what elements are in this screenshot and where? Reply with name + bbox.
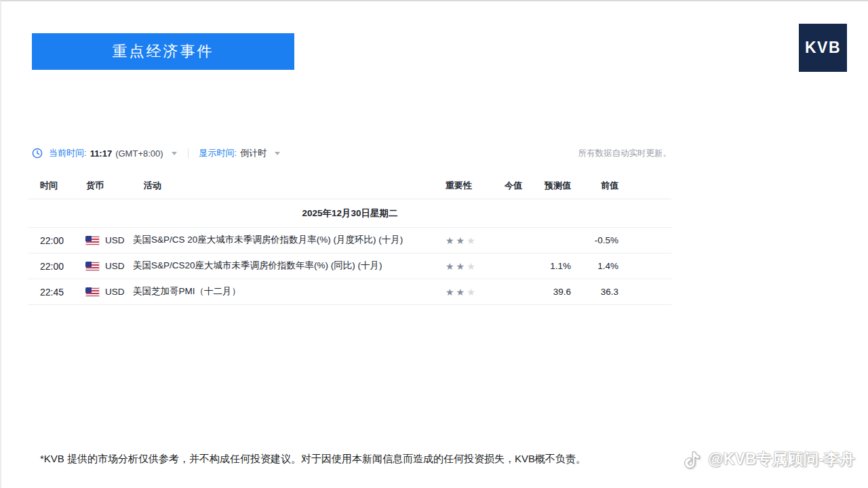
currency-code: USD	[105, 287, 125, 297]
table-header-row: 时间 货币 活动 重要性 今值 预测值 前值	[28, 172, 671, 199]
col-header-actual: 今值	[489, 180, 522, 192]
importance-star-icon: ★	[446, 235, 456, 246]
kvb-logo-text: KVB	[805, 39, 841, 57]
current-time-label: 当前时间:	[49, 147, 87, 159]
calendar-toolbar: 当前时间: 11:17 (GMT+8:00) 显示时间: 倒计时 所有数据自动实…	[32, 147, 671, 159]
display-time-label: 显示时间:	[199, 147, 237, 159]
event-time: 22:00	[28, 235, 75, 246]
display-time-value: 倒计时	[240, 147, 267, 159]
event-activity: 美国S&P/CS20座大城市未季调房价指数年率(%) (同比) (十月)	[133, 259, 435, 273]
watermark-handle: @KVB专属顾问-李舟	[708, 449, 855, 470]
importance-star-icon: ★	[467, 287, 477, 298]
chevron-down-icon[interactable]	[172, 152, 177, 155]
col-header-forecast: 预测值	[522, 180, 571, 192]
col-header-previous: 前值	[571, 180, 618, 192]
section-title-banner: 重点经济事件	[32, 33, 294, 70]
table-row[interactable]: 22:00 USD 美国S&P/CS20座大城市未季调房价指数年率(%) (同比…	[28, 253, 671, 279]
current-time-value: 11:17	[90, 148, 113, 159]
date-group-label: 2025年12月30日星期二	[302, 207, 397, 220]
page-title: 重点经济事件	[113, 41, 214, 62]
table-body: 22:00 USD 美国S&P/CS 20座大城市未季调房价指数月率(%) (月…	[28, 228, 671, 305]
importance-star-icon: ★	[456, 261, 467, 272]
us-flag-icon	[85, 287, 100, 297]
col-header-activity: 活动	[133, 180, 435, 192]
event-currency: USD	[75, 261, 133, 271]
slide: 重点经济事件 KVB 当前时间: 11:17 (GMT+8:00) 显示时间: …	[0, 0, 868, 488]
table-row[interactable]: 22:00 USD 美国S&P/CS 20座大城市未季调房价指数月率(%) (月…	[28, 228, 671, 253]
importance-star-icon: ★	[467, 261, 477, 272]
us-flag-icon	[85, 236, 100, 245]
economic-events-table: 时间 货币 活动 重要性 今值 预测值 前值 2025年12月30日星期二 22…	[28, 172, 671, 305]
event-currency: USD	[75, 287, 133, 297]
col-header-importance: 重要性	[435, 180, 489, 192]
importance-star-icon: ★	[446, 261, 456, 272]
currency-code: USD	[105, 261, 125, 271]
date-group-header: 2025年12月30日星期二	[28, 199, 671, 228]
clock-icon	[32, 148, 43, 159]
col-header-currency: 货币	[75, 180, 133, 192]
forecast-value: 1.1%	[522, 261, 571, 271]
col-header-time: 时间	[28, 180, 75, 192]
watermark: @KVB专属顾问-李舟	[682, 449, 855, 470]
importance-star-icon: ★	[446, 287, 456, 298]
kvb-logo: KVB	[799, 24, 847, 72]
forecast-value: 39.6	[522, 287, 571, 297]
us-flag-icon	[85, 262, 100, 271]
importance-stars: ★★★	[435, 287, 489, 298]
timezone-value: (GMT+8:00)	[115, 148, 163, 159]
table-row[interactable]: 22:45 USD 美国芝加哥PMI（十二月） ★★★ 39.6 36.3	[28, 279, 671, 305]
previous-value: -0.5%	[571, 235, 618, 245]
current-time-dropdown[interactable]: 当前时间: 11:17 (GMT+8:00)	[32, 147, 177, 159]
display-time-dropdown[interactable]: 显示时间: 倒计时	[199, 147, 281, 159]
event-time: 22:00	[28, 261, 75, 272]
importance-star-icon: ★	[467, 235, 477, 246]
chevron-down-icon[interactable]	[275, 152, 280, 155]
event-activity: 美国S&P/CS 20座大城市未季调房价指数月率(%) (月度环比) (十月)	[133, 233, 435, 247]
event-currency: USD	[75, 235, 133, 245]
disclaimer-text: *KVB 提供的市场分析仅供参考，并不构成任何投资建议。对于因使用本新闻信息而造…	[40, 453, 586, 466]
previous-value: 36.3	[571, 287, 618, 297]
importance-star-icon: ★	[456, 235, 467, 246]
auto-update-note: 所有数据自动实时更新。	[578, 148, 672, 159]
importance-stars: ★★★	[435, 261, 489, 272]
currency-code: USD	[105, 235, 125, 245]
toolbar-divider	[188, 148, 189, 158]
importance-stars: ★★★	[435, 235, 489, 246]
importance-star-icon: ★	[456, 287, 467, 298]
douyin-icon	[682, 449, 702, 470]
event-activity: 美国芝加哥PMI（十二月）	[133, 285, 435, 299]
event-time: 22:45	[28, 287, 75, 298]
previous-value: 1.4%	[571, 261, 618, 271]
